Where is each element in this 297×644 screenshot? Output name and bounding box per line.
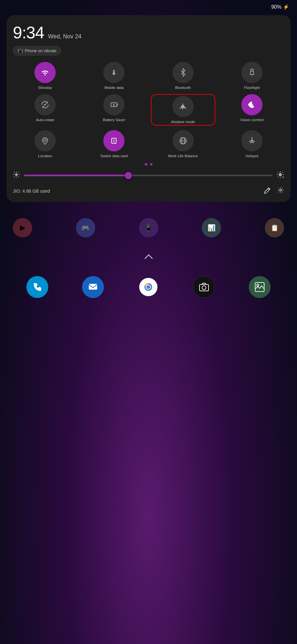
tile-battery-saver-icon: [103, 94, 125, 115]
svg-line-28: [14, 177, 15, 177]
svg-line-26: [14, 172, 15, 173]
app-icon-5[interactable]: 📋: [265, 218, 284, 237]
tile-switch-data-label: Switch data card: [100, 154, 128, 158]
svg-line-35: [278, 172, 278, 173]
tile-work-life-icon: [172, 130, 194, 151]
brightness-slider[interactable]: [24, 175, 273, 176]
svg-point-21: [15, 173, 18, 176]
tile-vision-comfort[interactable]: Vision comfort: [220, 94, 284, 126]
svg-point-40: [280, 189, 282, 191]
svg-rect-41: [89, 284, 97, 290]
tile-wifi-icon: [34, 62, 56, 83]
svg-point-12: [44, 139, 46, 141]
tile-flashlight[interactable]: Flashlight: [220, 62, 284, 90]
brightness-row: A: [13, 171, 284, 180]
vibrate-badge[interactable]: 📳 Phone on vibrate: [13, 46, 61, 55]
svg-line-29: [18, 172, 19, 173]
vibrate-label: Phone on vibrate: [25, 48, 56, 53]
app-icon-2[interactable]: 🎮: [76, 218, 95, 237]
brightness-high-icon: A: [276, 171, 284, 180]
tile-work-life-balance[interactable]: Work Life Balance: [151, 130, 215, 158]
tile-switch-data-icon: 1: [103, 130, 125, 151]
tile-flashlight-label: Flashlight: [244, 86, 260, 90]
data-usage-label: JIO: 4.86 GB used: [13, 188, 50, 194]
dock-chrome[interactable]: [137, 276, 159, 298]
clock-date: Wed, Nov 24: [48, 33, 81, 40]
clock-time: 9:34: [13, 23, 44, 42]
svg-line-38: [282, 172, 283, 173]
footer-icons: [264, 187, 284, 196]
dock-phone[interactable]: [26, 276, 48, 298]
status-bar: 90% ⚡: [0, 0, 297, 13]
tile-battery-saver-label: Battery Saver: [103, 118, 125, 122]
tile-hotspot[interactable]: Hotspot: [220, 130, 284, 158]
edit-button[interactable]: [264, 187, 271, 196]
up-arrow[interactable]: [10, 254, 287, 260]
svg-point-30: [279, 173, 282, 176]
tile-airplane-mode[interactable]: Airplane mode: [151, 94, 215, 126]
homescreen: ▶ 🎮 📱 📊 📋: [0, 218, 297, 260]
time-row: 9:34 Wed, Nov 24: [13, 23, 284, 42]
tile-hotspot-label: Hotspot: [246, 154, 258, 158]
dock-messages[interactable]: [82, 276, 104, 298]
tile-auto-rotate[interactable]: Auto-rotate: [13, 94, 77, 126]
battery-percentage: 90%: [271, 4, 282, 10]
vibrate-icon: 📳: [18, 48, 23, 53]
svg-line-27: [18, 177, 19, 177]
tile-work-life-label: Work Life Balance: [168, 154, 198, 158]
tile-bluetooth-label: Bluetooth: [175, 86, 191, 90]
svg-point-20: [251, 137, 253, 139]
svg-point-11: [251, 103, 253, 106]
svg-line-37: [278, 177, 278, 177]
brightness-low-icon: [13, 171, 20, 180]
brightness-fill: [24, 175, 128, 176]
page-indicators: [13, 163, 284, 166]
svg-text:A: A: [283, 176, 284, 178]
tile-auto-rotate-icon: [34, 94, 56, 115]
tile-mobile-data-label: Mobile data: [105, 86, 124, 90]
tile-wifi-label: Shivalay: [38, 86, 52, 90]
tile-wifi[interactable]: Shivalay: [13, 62, 77, 90]
page-dot-1[interactable]: [145, 163, 147, 166]
qs-footer: JIO: 4.86 GB used: [13, 187, 284, 196]
quick-settings-panel: 9:34 Wed, Nov 24 📳 Phone on vibrate Shiv…: [6, 15, 291, 202]
app-icon-4[interactable]: 📊: [202, 218, 221, 237]
tile-mobile-data-icon: [103, 62, 125, 83]
tile-location-icon: [34, 130, 56, 151]
tile-vision-comfort-icon: [241, 94, 263, 115]
app-icon-3[interactable]: 📱: [139, 218, 158, 237]
svg-point-50: [257, 284, 259, 286]
svg-point-47: [202, 286, 206, 290]
tile-location-label: Location: [38, 154, 52, 158]
dock-camera[interactable]: [193, 276, 215, 298]
svg-rect-48: [202, 283, 206, 284]
tile-flashlight-icon: [241, 62, 263, 83]
tile-battery-saver[interactable]: Battery Saver: [82, 94, 146, 126]
tile-airplane-mode-icon: [172, 96, 194, 117]
tile-switch-data-card[interactable]: 1 Switch data card: [82, 130, 146, 158]
tiles-grid: Shivalay Mobile data Bluetooth: [13, 62, 284, 158]
tile-bluetooth-icon: [172, 62, 194, 83]
tile-bluetooth[interactable]: Bluetooth: [151, 62, 215, 90]
svg-text:1: 1: [113, 139, 115, 143]
settings-button[interactable]: [277, 187, 284, 196]
tile-hotspot-icon: [241, 130, 263, 151]
brightness-thumb[interactable]: [125, 172, 132, 179]
tile-auto-rotate-label: Auto-rotate: [36, 118, 54, 122]
dock-gallery[interactable]: [249, 276, 271, 298]
tile-location[interactable]: Location: [13, 130, 77, 158]
tile-airplane-mode-label: Airplane mode: [171, 120, 195, 124]
app-row-1: ▶ 🎮 📱 📊 📋: [10, 218, 287, 237]
page-dot-2[interactable]: [150, 163, 153, 166]
app-icon-1[interactable]: ▶: [13, 218, 32, 237]
bottom-dock: [0, 270, 297, 308]
tile-mobile-data[interactable]: Mobile data: [82, 62, 146, 90]
tile-vision-comfort-label: Vision comfort: [240, 118, 264, 122]
svg-point-45: [146, 285, 150, 289]
battery-icon: ⚡: [283, 4, 289, 10]
svg-rect-7: [117, 104, 118, 106]
